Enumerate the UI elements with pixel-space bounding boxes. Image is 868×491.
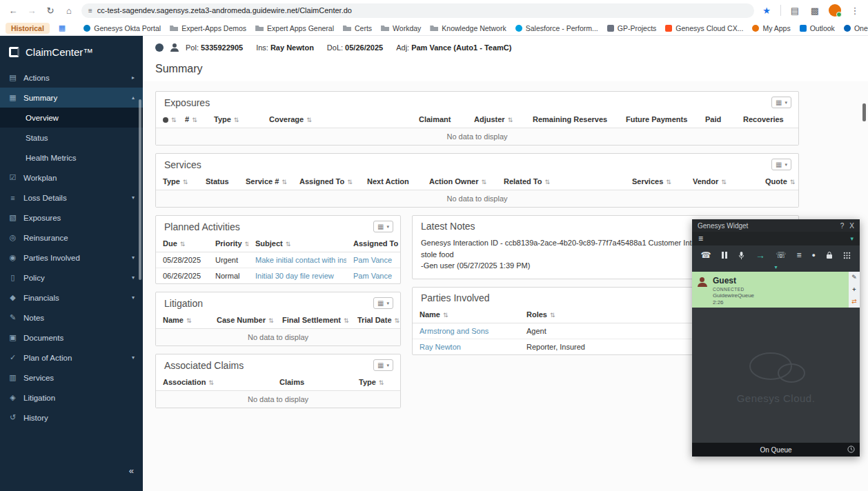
pa-col-subject[interactable]: Subject (248, 237, 346, 252)
services-col-related-to[interactable]: Related To (497, 174, 625, 190)
table-settings-button[interactable] (771, 159, 791, 170)
bookmark-historical[interactable]: Historical (6, 23, 50, 34)
sidebar-item-plan-of-action[interactable]: Plan of Action (0, 348, 143, 368)
add-contact-icon[interactable] (852, 287, 856, 293)
activity-subject-link[interactable]: Initial 30 day file review (255, 272, 334, 280)
table-settings-button[interactable] (771, 97, 791, 108)
services-col-type[interactable]: Type (156, 174, 199, 190)
widget-titlebar[interactable]: Genesys Widget ? X (692, 219, 860, 232)
sidebar-item-health-metrics[interactable]: Health Metrics (0, 148, 143, 168)
exposures-col-coverage[interactable]: Coverage (262, 112, 412, 128)
services-col-services[interactable]: Services (625, 174, 686, 190)
connected-party-card[interactable]: Guest CONNECTED GuidewireQueue 2:26 (692, 272, 860, 308)
table-settings-button[interactable] (373, 221, 393, 232)
services-col-quote[interactable]: Quote (758, 174, 798, 190)
widget-help-button[interactable]: ? (840, 222, 845, 230)
dialpad-icon[interactable] (843, 252, 851, 259)
activity-subject-link[interactable]: Make initial contact with insured (255, 256, 346, 264)
exposures-col-adjuster[interactable]: Adjuster (467, 112, 526, 128)
content-scrollbar[interactable] (862, 103, 866, 121)
exposures-col-flag[interactable] (156, 112, 178, 128)
menu-burger-icon[interactable] (698, 234, 703, 243)
sidebar-item-actions[interactable]: Actions (0, 68, 143, 88)
sidebar-item-summary[interactable]: Summary (0, 88, 143, 108)
call-icon[interactable] (701, 251, 711, 259)
sidebar-item-exposures[interactable]: Exposures (0, 208, 143, 228)
sidebar-item-overview[interactable]: Overview (0, 108, 143, 128)
sidebar-item-documents[interactable]: Documents (0, 328, 143, 348)
services-col-service-number[interactable]: Service # (239, 174, 293, 190)
extensions-icon[interactable] (809, 6, 821, 16)
site-settings-icon[interactable] (88, 7, 92, 14)
hold-icon[interactable] (722, 252, 727, 259)
bookmark-certs[interactable]: Certs (343, 24, 372, 32)
mute-icon[interactable] (738, 251, 745, 260)
bookmark-my-apps[interactable]: My Apps (752, 24, 790, 32)
sidebar-item-status[interactable]: Status (0, 128, 143, 148)
back-icon[interactable] (7, 6, 19, 16)
sidebar-scrollbar[interactable] (139, 99, 141, 280)
services-col-assigned-to[interactable]: Assigned To (293, 174, 360, 190)
bookmark-gp-projects[interactable]: GP-Projects (607, 24, 657, 32)
sidebar-item-litigation[interactable]: Litigation (0, 388, 143, 408)
sidebar-item-parties-involved[interactable]: Parties Involved (0, 248, 143, 268)
sidebar-item-loss-details[interactable]: Loss Details (0, 188, 143, 208)
bookmark-genesys-cloud[interactable]: Genesys Cloud CX... (665, 24, 743, 32)
pa-col-assigned-to[interactable]: Assigned To (346, 237, 400, 252)
table-settings-button[interactable] (373, 297, 393, 309)
litigation-col-trial-date[interactable]: Trial Date (351, 313, 400, 329)
exposures-col-number[interactable]: # (178, 112, 207, 128)
secure-pause-icon[interactable] (826, 251, 833, 259)
reload-icon[interactable] (44, 6, 57, 16)
bookmark-onedrive[interactable]: OneDrive (844, 24, 868, 32)
sidebar-item-history[interactable]: History (0, 408, 143, 428)
bookmark-knowledge-network[interactable]: Knowledge Network (430, 24, 506, 32)
party-name-link[interactable]: Armstrong and Sons (420, 327, 489, 335)
pa-col-priority[interactable]: Priority (208, 237, 248, 252)
bookmark-expert-apps-general[interactable]: Expert Apps General (255, 24, 334, 32)
sidebar-item-reinsurance[interactable]: Reinsurance (0, 228, 143, 248)
record-icon[interactable] (812, 252, 816, 259)
sidebar-item-workplan[interactable]: Workplan (0, 168, 143, 188)
home-icon[interactable] (63, 6, 75, 16)
table-settings-button[interactable] (373, 359, 393, 371)
bookmark-outlook[interactable]: Outlook (800, 24, 835, 32)
sidebar-collapse-button[interactable]: « (0, 465, 143, 476)
ac-col-association[interactable]: Association (156, 375, 232, 391)
bookmark-apps-grid[interactable] (59, 23, 66, 32)
pa-col-due[interactable]: Due (156, 237, 208, 252)
forward-icon[interactable] (26, 6, 38, 16)
blind-transfer-icon[interactable] (756, 250, 765, 260)
bookmark-okta[interactable]: Genesys Okta Portal (83, 24, 161, 32)
party-name-link[interactable]: Ray Newton (420, 343, 461, 351)
bookmark-expert-apps-demos[interactable]: Expert-Apps Demos (170, 24, 246, 32)
assigned-to-link[interactable]: Pam Vance (353, 272, 392, 280)
litigation-col-name[interactable]: Name (156, 313, 210, 329)
widget-dropdown-icon[interactable] (850, 235, 854, 242)
litigation-col-final-settlement[interactable]: Final Settlement (275, 313, 351, 329)
queue-status-bar[interactable]: On Queue (692, 443, 860, 457)
sidebar-item-policy[interactable]: Policy (0, 268, 143, 288)
consult-transfer-icon[interactable] (776, 251, 786, 259)
parties-col-name[interactable]: Name (413, 308, 520, 323)
interactions-list-icon[interactable] (796, 251, 801, 259)
address-bar[interactable]: cc-test-sagendev.sagensys.zeta3-andromed… (81, 3, 754, 18)
bookmark-salesforce[interactable]: Salesforce - Perform... (515, 24, 598, 32)
sidebar-item-financials[interactable]: Financials (0, 288, 143, 308)
services-col-vendor[interactable]: Vendor (686, 174, 758, 190)
litigation-col-case-number[interactable]: Case Number (210, 313, 275, 329)
widget-close-button[interactable]: X (849, 222, 854, 230)
profile-avatar[interactable] (829, 4, 841, 17)
services-col-action-owner[interactable]: Action Owner (422, 174, 497, 190)
swap-icon[interactable] (851, 299, 857, 305)
exposures-col-type[interactable]: Type (207, 112, 262, 128)
bookmark-workday[interactable]: Workday (381, 24, 421, 32)
bookmark-star-icon[interactable] (760, 6, 773, 16)
assigned-to-link[interactable]: Pam Vance (353, 256, 392, 264)
sidebar-item-services[interactable]: Services (0, 368, 143, 388)
edit-icon[interactable] (851, 274, 857, 281)
controls-expander[interactable] (692, 265, 860, 272)
ac-col-type[interactable]: Type (352, 375, 400, 391)
sidebar-item-notes[interactable]: Notes (0, 308, 143, 328)
kebab-menu-icon[interactable] (849, 6, 861, 16)
